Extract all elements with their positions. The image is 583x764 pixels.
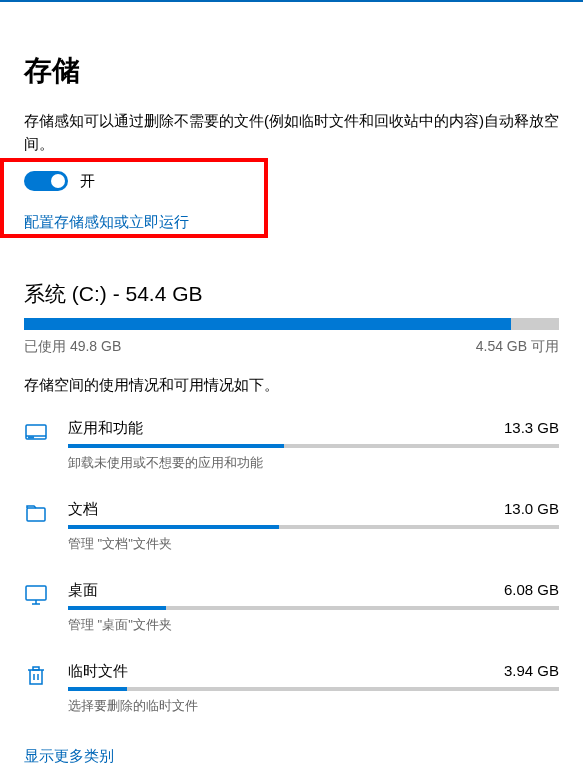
- category-size: 3.94 GB: [504, 662, 559, 679]
- svg-rect-5: [27, 508, 45, 521]
- storage-sense-description: 存储感知可以通过删除不需要的文件(例如临时文件和回收站中的内容)自动释放空间。: [24, 110, 559, 155]
- category-name: 临时文件: [68, 662, 128, 681]
- drive-used-label: 已使用 49.8 GB: [24, 338, 121, 356]
- show-more-categories-link[interactable]: 显示更多类别: [24, 747, 114, 764]
- drive-free-label: 4.54 GB 可用: [476, 338, 559, 356]
- category-row-desktop[interactable]: 桌面6.08 GB管理 "桌面"文件夹: [24, 581, 559, 634]
- category-size: 6.08 GB: [504, 581, 559, 598]
- category-row-apps[interactable]: 应用和功能13.3 GB卸载未使用或不想要的应用和功能: [24, 419, 559, 472]
- svg-point-2: [29, 437, 30, 438]
- configure-storage-sense-link[interactable]: 配置存储感知或立即运行: [24, 213, 189, 232]
- category-bar-fill: [68, 525, 279, 529]
- drive-usage-fill: [24, 318, 511, 330]
- category-desc: 卸载未使用或不想要的应用和功能: [68, 454, 559, 472]
- category-bar: [68, 525, 559, 529]
- category-bar-fill: [68, 687, 127, 691]
- category-size: 13.3 GB: [504, 419, 559, 436]
- category-row-trash[interactable]: 临时文件3.94 GB选择要删除的临时文件: [24, 662, 559, 715]
- category-bar: [68, 444, 559, 448]
- storage-sense-toggle[interactable]: [24, 171, 68, 191]
- category-desc: 选择要删除的临时文件: [68, 697, 559, 715]
- svg-rect-6: [26, 586, 46, 600]
- category-desc: 管理 "文档"文件夹: [68, 535, 559, 553]
- category-name: 桌面: [68, 581, 98, 600]
- category-name: 应用和功能: [68, 419, 143, 438]
- documents-icon: [24, 502, 48, 526]
- desktop-icon: [24, 583, 48, 607]
- category-row-documents[interactable]: 文档13.0 GB管理 "文档"文件夹: [24, 500, 559, 553]
- apps-icon: [24, 421, 48, 445]
- category-bar-fill: [68, 606, 166, 610]
- svg-point-3: [31, 437, 32, 438]
- breakdown-label: 存储空间的使用情况和可用情况如下。: [24, 376, 559, 395]
- svg-point-4: [33, 437, 34, 438]
- trash-icon: [24, 664, 48, 688]
- category-bar: [68, 606, 559, 610]
- drive-title: 系统 (C:) - 54.4 GB: [24, 280, 559, 308]
- category-desc: 管理 "桌面"文件夹: [68, 616, 559, 634]
- category-bar-fill: [68, 444, 284, 448]
- category-size: 13.0 GB: [504, 500, 559, 517]
- storage-sense-toggle-label: 开: [80, 172, 95, 191]
- page-title: 存储: [24, 52, 559, 90]
- category-bar: [68, 687, 559, 691]
- category-name: 文档: [68, 500, 98, 519]
- drive-usage-bar: [24, 318, 559, 330]
